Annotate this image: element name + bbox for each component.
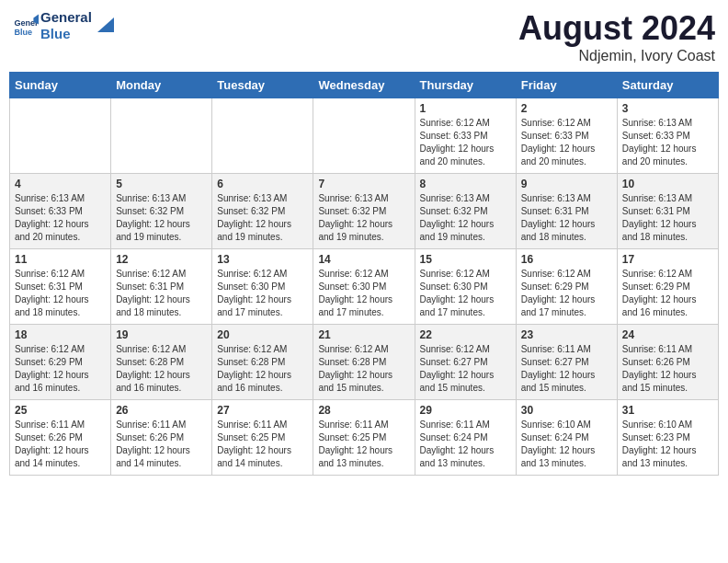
day-cell-11: 11Sunrise: 6:12 AM Sunset: 6:31 PM Dayli… xyxy=(10,249,111,325)
day-number-5: 5 xyxy=(116,178,207,190)
day-number-20: 20 xyxy=(217,328,308,341)
day-number-13: 13 xyxy=(217,253,308,266)
day-number-30: 30 xyxy=(521,404,612,417)
day-info-6: Sunrise: 6:13 AM Sunset: 6:32 PM Dayligh… xyxy=(217,192,308,244)
calendar-table: SundayMondayTuesdayWednesdayThursdayFrid… xyxy=(9,72,719,476)
day-cell-5: 5Sunrise: 6:13 AM Sunset: 6:32 PM Daylig… xyxy=(111,174,212,249)
weekday-header-sunday: Sunday xyxy=(10,73,111,98)
day-info-31: Sunrise: 6:10 AM Sunset: 6:23 PM Dayligh… xyxy=(622,419,713,470)
day-number-3: 3 xyxy=(622,102,713,115)
day-info-11: Sunrise: 6:12 AM Sunset: 6:31 PM Dayligh… xyxy=(15,268,106,319)
weekday-header-friday: Friday xyxy=(516,73,617,98)
day-cell-27: 27Sunrise: 6:11 AM Sunset: 6:25 PM Dayli… xyxy=(212,400,313,476)
day-cell-6: 6Sunrise: 6:13 AM Sunset: 6:32 PM Daylig… xyxy=(212,174,313,249)
weekday-header-wednesday: Wednesday xyxy=(313,73,415,98)
day-info-18: Sunrise: 6:12 AM Sunset: 6:29 PM Dayligh… xyxy=(15,343,106,395)
logo-icon: General Blue xyxy=(13,13,39,39)
day-cell-29: 29Sunrise: 6:11 AM Sunset: 6:24 PM Dayli… xyxy=(415,400,516,476)
day-cell-7: 7Sunrise: 6:13 AM Sunset: 6:32 PM Daylig… xyxy=(313,174,415,249)
day-cell-3: 3Sunrise: 6:13 AM Sunset: 6:33 PM Daylig… xyxy=(617,98,718,174)
day-cell-1: 1Sunrise: 6:12 AM Sunset: 6:33 PM Daylig… xyxy=(415,98,516,174)
day-number-14: 14 xyxy=(318,253,409,266)
day-cell-8: 8Sunrise: 6:13 AM Sunset: 6:32 PM Daylig… xyxy=(415,174,516,249)
day-info-23: Sunrise: 6:11 AM Sunset: 6:27 PM Dayligh… xyxy=(521,343,612,395)
day-number-27: 27 xyxy=(217,404,308,417)
day-number-11: 11 xyxy=(15,253,106,266)
week-row-3: 11Sunrise: 6:12 AM Sunset: 6:31 PM Dayli… xyxy=(10,249,719,325)
weekday-header-thursday: Thursday xyxy=(415,73,516,98)
day-info-30: Sunrise: 6:10 AM Sunset: 6:24 PM Dayligh… xyxy=(521,419,612,470)
day-info-9: Sunrise: 6:13 AM Sunset: 6:31 PM Dayligh… xyxy=(521,192,612,244)
logo-triangle-icon xyxy=(94,16,114,36)
day-cell-19: 19Sunrise: 6:12 AM Sunset: 6:28 PM Dayli… xyxy=(111,325,212,400)
day-info-13: Sunrise: 6:12 AM Sunset: 6:30 PM Dayligh… xyxy=(217,268,308,319)
day-info-21: Sunrise: 6:12 AM Sunset: 6:28 PM Dayligh… xyxy=(318,343,409,395)
day-cell-14: 14Sunrise: 6:12 AM Sunset: 6:30 PM Dayli… xyxy=(313,249,415,325)
day-number-16: 16 xyxy=(521,253,612,266)
logo-text-blue: Blue xyxy=(40,26,92,42)
day-info-4: Sunrise: 6:13 AM Sunset: 6:33 PM Dayligh… xyxy=(15,192,106,244)
day-number-6: 6 xyxy=(217,178,308,190)
day-info-28: Sunrise: 6:11 AM Sunset: 6:25 PM Dayligh… xyxy=(318,419,409,470)
day-info-22: Sunrise: 6:12 AM Sunset: 6:27 PM Dayligh… xyxy=(420,343,511,395)
day-cell-13: 13Sunrise: 6:12 AM Sunset: 6:30 PM Dayli… xyxy=(212,249,313,325)
empty-cell xyxy=(111,98,212,174)
weekday-header-row: SundayMondayTuesdayWednesdayThursdayFrid… xyxy=(10,73,719,98)
day-cell-18: 18Sunrise: 6:12 AM Sunset: 6:29 PM Dayli… xyxy=(10,325,111,400)
day-info-10: Sunrise: 6:13 AM Sunset: 6:31 PM Dayligh… xyxy=(622,192,713,244)
day-number-8: 8 xyxy=(420,178,511,190)
day-cell-24: 24Sunrise: 6:11 AM Sunset: 6:26 PM Dayli… xyxy=(617,325,718,400)
svg-text:Blue: Blue xyxy=(14,28,32,37)
page-header: General Blue General Blue August 2024 Nd… xyxy=(9,9,719,64)
day-info-25: Sunrise: 6:11 AM Sunset: 6:26 PM Dayligh… xyxy=(15,419,106,470)
day-number-29: 29 xyxy=(420,404,511,417)
day-number-17: 17 xyxy=(622,253,713,266)
day-info-8: Sunrise: 6:13 AM Sunset: 6:32 PM Dayligh… xyxy=(420,192,511,244)
day-info-1: Sunrise: 6:12 AM Sunset: 6:33 PM Dayligh… xyxy=(420,117,511,168)
day-info-7: Sunrise: 6:13 AM Sunset: 6:32 PM Dayligh… xyxy=(318,192,409,244)
day-number-19: 19 xyxy=(116,328,207,341)
day-cell-16: 16Sunrise: 6:12 AM Sunset: 6:29 PM Dayli… xyxy=(516,249,617,325)
day-number-7: 7 xyxy=(318,178,409,190)
day-number-26: 26 xyxy=(116,404,207,417)
day-number-12: 12 xyxy=(116,253,207,266)
day-cell-12: 12Sunrise: 6:12 AM Sunset: 6:31 PM Dayli… xyxy=(111,249,212,325)
month-year-title: August 2024 xyxy=(518,9,715,48)
day-number-9: 9 xyxy=(521,178,612,190)
day-number-24: 24 xyxy=(622,328,713,341)
day-cell-17: 17Sunrise: 6:12 AM Sunset: 6:29 PM Dayli… xyxy=(617,249,718,325)
week-row-2: 4Sunrise: 6:13 AM Sunset: 6:33 PM Daylig… xyxy=(10,174,719,249)
day-info-16: Sunrise: 6:12 AM Sunset: 6:29 PM Dayligh… xyxy=(521,268,612,319)
logo-text: General xyxy=(40,9,92,26)
day-cell-25: 25Sunrise: 6:11 AM Sunset: 6:26 PM Dayli… xyxy=(10,400,111,476)
day-info-17: Sunrise: 6:12 AM Sunset: 6:29 PM Dayligh… xyxy=(622,268,713,319)
day-number-31: 31 xyxy=(622,404,713,417)
day-info-26: Sunrise: 6:11 AM Sunset: 6:26 PM Dayligh… xyxy=(116,419,207,470)
day-info-5: Sunrise: 6:13 AM Sunset: 6:32 PM Dayligh… xyxy=(116,192,207,244)
day-cell-23: 23Sunrise: 6:11 AM Sunset: 6:27 PM Dayli… xyxy=(516,325,617,400)
weekday-header-tuesday: Tuesday xyxy=(212,73,313,98)
day-cell-22: 22Sunrise: 6:12 AM Sunset: 6:27 PM Dayli… xyxy=(415,325,516,400)
location-subtitle: Ndjemin, Ivory Coast xyxy=(518,48,715,64)
day-info-27: Sunrise: 6:11 AM Sunset: 6:25 PM Dayligh… xyxy=(217,419,308,470)
day-info-14: Sunrise: 6:12 AM Sunset: 6:30 PM Dayligh… xyxy=(318,268,409,319)
day-number-21: 21 xyxy=(318,328,409,341)
day-info-2: Sunrise: 6:12 AM Sunset: 6:33 PM Dayligh… xyxy=(521,117,612,168)
day-number-15: 15 xyxy=(420,253,511,266)
week-row-1: 1Sunrise: 6:12 AM Sunset: 6:33 PM Daylig… xyxy=(10,98,719,174)
day-number-22: 22 xyxy=(420,328,511,341)
day-info-3: Sunrise: 6:13 AM Sunset: 6:33 PM Dayligh… xyxy=(622,117,713,168)
day-number-25: 25 xyxy=(15,404,106,417)
week-row-4: 18Sunrise: 6:12 AM Sunset: 6:29 PM Dayli… xyxy=(10,325,719,400)
day-info-12: Sunrise: 6:12 AM Sunset: 6:31 PM Dayligh… xyxy=(116,268,207,319)
day-cell-26: 26Sunrise: 6:11 AM Sunset: 6:26 PM Dayli… xyxy=(111,400,212,476)
logo: General Blue General Blue xyxy=(13,9,114,42)
weekday-header-monday: Monday xyxy=(111,73,212,98)
day-cell-28: 28Sunrise: 6:11 AM Sunset: 6:25 PM Dayli… xyxy=(313,400,415,476)
day-cell-9: 9Sunrise: 6:13 AM Sunset: 6:31 PM Daylig… xyxy=(516,174,617,249)
weekday-header-saturday: Saturday xyxy=(617,73,718,98)
day-info-19: Sunrise: 6:12 AM Sunset: 6:28 PM Dayligh… xyxy=(116,343,207,395)
day-info-29: Sunrise: 6:11 AM Sunset: 6:24 PM Dayligh… xyxy=(420,419,511,470)
empty-cell xyxy=(10,98,111,174)
day-cell-15: 15Sunrise: 6:12 AM Sunset: 6:30 PM Dayli… xyxy=(415,249,516,325)
